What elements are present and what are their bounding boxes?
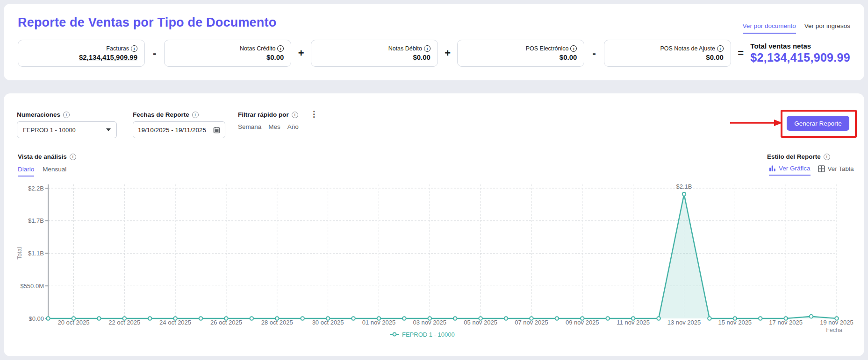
operator-minus: - <box>589 47 599 59</box>
document-formula-row: Facturas $2,134,415,909.99 - Notas Crédi… <box>18 40 850 67</box>
numeraciones-select[interactable]: FEPROD 1 - 10000 <box>17 121 117 138</box>
data-point <box>148 317 152 320</box>
quick-filter-mes[interactable]: Mes <box>268 123 280 130</box>
data-point <box>759 317 762 320</box>
notas-debito-card: Notas Débito $0.00 <box>311 40 438 67</box>
facturas-value[interactable]: $2,134,415,909.99 <box>79 53 137 61</box>
data-point <box>428 317 431 320</box>
tab-ver-por-ingresos[interactable]: Ver por ingresos <box>804 22 850 34</box>
table-icon <box>818 165 825 172</box>
pos-notas-ajuste-label: POS Notas de Ajuste <box>660 45 723 52</box>
info-icon[interactable] <box>277 45 284 52</box>
info-icon[interactable] <box>824 154 830 160</box>
date-range-input[interactable]: 19/10/2025 - 19/11/2025 <box>133 121 225 138</box>
data-point <box>504 317 508 320</box>
y-tick-label: $2.2B <box>28 185 44 192</box>
legend-feprod[interactable]: FEPROD 1 - 10000 <box>390 331 455 338</box>
info-icon[interactable] <box>292 112 298 118</box>
summary-card: Reporte de Ventas por Tipo de Documento … <box>4 4 864 80</box>
x-axis-title: Fecha <box>826 327 842 333</box>
notas-debito-label: Notas Débito <box>388 45 430 52</box>
info-icon[interactable] <box>424 45 430 52</box>
kebab-menu-icon[interactable] <box>310 109 318 119</box>
notas-credito-card: Notas Crédito $0.00 <box>164 40 291 67</box>
y-tick-label: $1.7B <box>28 217 44 224</box>
data-point <box>835 317 839 320</box>
peak-value-label: $2.1B <box>676 183 692 190</box>
operator-minus: - <box>150 47 159 59</box>
sales-chart: 20 oct 202522 oct 202524 oct 202526 oct … <box>4 180 864 348</box>
data-point <box>784 317 788 320</box>
ver-grafica-option[interactable]: Ver Gráfica <box>769 165 811 176</box>
date-range-value: 19/10/2025 - 19/11/2025 <box>138 127 206 134</box>
y-tick-label: $550.0M <box>20 282 44 289</box>
data-point <box>301 317 304 320</box>
data-point <box>402 317 406 320</box>
pos-notas-ajuste-card: POS Notas de Ajuste $0.00 <box>604 40 731 67</box>
data-point <box>657 317 660 320</box>
data-point <box>72 317 76 320</box>
view-mode-tabs: Ver por documento Ver por ingresos <box>743 22 850 34</box>
data-point <box>46 317 50 320</box>
data-point <box>479 317 482 320</box>
tab-mensual[interactable]: Mensual <box>43 166 66 176</box>
pos-notas-ajuste-value: $0.00 <box>706 53 724 61</box>
data-point <box>555 317 559 320</box>
notas-debito-value: $0.00 <box>413 53 430 61</box>
quick-filter-semana[interactable]: Semana <box>238 123 261 130</box>
notas-credito-value: $0.00 <box>266 53 284 61</box>
info-icon[interactable] <box>131 45 137 52</box>
operator-equals: = <box>736 47 746 59</box>
data-point <box>708 317 711 320</box>
x-tick-label: 13 nov 2025 <box>667 319 701 326</box>
total-ventas-netas: Total ventas netas $2,134,415,909.99 <box>750 42 850 64</box>
filtrar-rapido-label: Filtrar rápido por <box>238 111 298 118</box>
data-point <box>250 317 254 320</box>
page-title: Reporte de Ventas por Tipo de Documento <box>18 15 276 30</box>
tab-diario[interactable]: Diario <box>18 166 34 176</box>
report-style-options: Ver Gráfica Ver Tabla <box>769 165 854 176</box>
y-axis-title: Total <box>16 247 23 259</box>
pos-electronico-card: POS Electrónico $0.00 <box>457 40 584 67</box>
data-point <box>530 317 533 320</box>
series-area <box>48 194 837 318</box>
operator-plus: + <box>296 47 306 59</box>
data-point <box>122 317 126 320</box>
analysis-tabs: Diario Mensual <box>18 166 66 176</box>
annotation-arrow-icon <box>729 118 783 127</box>
generate-report-button[interactable]: Generar Reporte <box>787 116 849 131</box>
numeraciones-selected-value: FEPROD 1 - 10000 <box>23 127 76 134</box>
info-icon[interactable] <box>570 45 577 52</box>
data-point <box>581 317 584 320</box>
data-point <box>326 317 330 320</box>
numeraciones-label: Numeraciones <box>17 111 70 118</box>
tab-ver-por-documento[interactable]: Ver por documento <box>743 22 796 34</box>
vista-de-analisis-label: Vista de análisis <box>18 153 76 160</box>
fechas-label: Fechas de Reporte <box>133 111 199 118</box>
y-tick-label: $1.1B <box>28 250 44 257</box>
bar-chart-icon <box>769 165 776 172</box>
data-point <box>352 317 355 320</box>
info-icon[interactable] <box>717 45 724 52</box>
ver-tabla-option[interactable]: Ver Tabla <box>818 165 854 176</box>
quick-filter-options: Semana Mes Año <box>238 123 299 130</box>
svg-text:FEPROD 1 - 10000: FEPROD 1 - 10000 <box>402 331 455 338</box>
estilo-del-reporte-label: Estilo del Reporte <box>767 153 830 160</box>
data-point <box>199 317 203 320</box>
data-point <box>733 317 737 320</box>
data-point <box>453 317 457 320</box>
info-icon[interactable] <box>63 112 70 118</box>
facturas-label: Facturas <box>106 45 137 52</box>
chevron-down-icon <box>106 128 111 131</box>
pos-electronico-label: POS Electrónico <box>526 45 577 52</box>
data-point <box>377 317 381 320</box>
quick-filter-ano[interactable]: Año <box>287 123 299 130</box>
info-icon[interactable] <box>70 154 76 160</box>
notas-credito-label: Notas Crédito <box>240 45 284 52</box>
data-point <box>682 192 686 196</box>
calendar-icon[interactable] <box>213 127 220 134</box>
total-value: $2,134,415,909.99 <box>750 51 850 64</box>
data-point <box>275 317 279 320</box>
info-icon[interactable] <box>192 112 199 118</box>
series-line <box>48 194 837 318</box>
